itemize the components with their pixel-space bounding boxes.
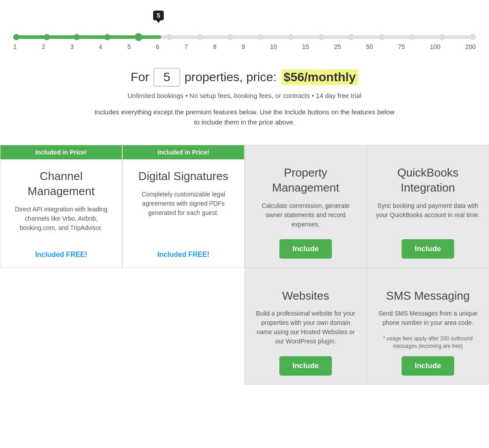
slider-dots — [13, 33, 476, 41]
slider-label-2: 2 — [42, 43, 45, 50]
slider-dot-200[interactable] — [470, 34, 476, 40]
for-label: For — [131, 70, 149, 84]
feature-card-digital-signatures: Included in Price!Digital SignaturesComp… — [122, 145, 244, 268]
feature-cta-channel-management[interactable]: Included FREE! — [35, 251, 87, 259]
feature-desc-quickbooks-integration: Sync booking and payment data with your … — [367, 198, 489, 233]
slider-label-9: 9 — [241, 43, 245, 50]
slider-label-25: 25 — [334, 43, 341, 50]
slider-section: 5 1234567891015255075100200 — [0, 0, 489, 59]
feature-card-channel-management: Included in Price!Channel ManagementDire… — [0, 145, 122, 268]
features-grid: Included in Price!Channel ManagementDire… — [0, 145, 489, 268]
slider-dot-1[interactable] — [13, 34, 19, 40]
slider-dot-50[interactable] — [379, 34, 385, 40]
feature-include-btn-sms-messaging[interactable]: Include — [402, 356, 455, 376]
feature-header-channel-management: Included in Price! — [0, 145, 122, 159]
feature-card-property-management: Property ManagementCalculate commission,… — [244, 145, 367, 268]
slider-label-5: 5 — [128, 43, 131, 50]
slider-dot-9[interactable] — [257, 34, 263, 40]
feature-title-channel-management: Channel Management — [0, 165, 122, 201]
feature-usage-note-sms-messaging: * usage fees apply after 200 outbound me… — [367, 335, 489, 350]
slider-dot-8[interactable] — [227, 34, 233, 40]
feature-card-sms-messaging: SMS MessagingSend SMS Messages from a un… — [367, 268, 489, 385]
slider-label-8: 8 — [213, 43, 217, 50]
price-display: $56/monthly — [281, 69, 358, 85]
pricing-line: For properties, price: $56/monthly — [13, 68, 476, 87]
slider-label-50: 50 — [366, 43, 373, 50]
slider-label-100: 100 — [430, 43, 440, 50]
slider-label-10: 10 — [270, 43, 277, 50]
slider-label-3: 3 — [70, 43, 74, 50]
feature-include-btn-quickbooks-integration[interactable]: Include — [402, 239, 455, 259]
feature-title-websites: Websites — [275, 284, 335, 306]
slider-dot-15[interactable] — [318, 34, 324, 40]
slider-dot-7[interactable] — [197, 34, 203, 40]
feature-desc-digital-signatures: Completely customizable legal agreements… — [123, 186, 244, 246]
slider-tooltip: 5 — [153, 11, 164, 20]
feature-title-digital-signatures: Digital Signatures — [132, 165, 235, 186]
feature-header-digital-signatures: Included in Price! — [123, 145, 244, 159]
slider-dot-75[interactable] — [409, 34, 415, 40]
slider-dot-3[interactable] — [74, 34, 80, 40]
slider-label-6: 6 — [156, 43, 159, 50]
features-row2-cards: WebsitesBuild a professional website for… — [244, 268, 489, 385]
feature-include-btn-property-management[interactable]: Include — [279, 239, 332, 259]
feature-desc-channel-management: Direct API integration with leading chan… — [0, 201, 122, 246]
slider-label-1: 1 — [13, 43, 17, 50]
properties-label: properties, price: — [184, 70, 277, 84]
slider-track — [13, 35, 476, 39]
row2-spacer — [0, 268, 244, 385]
slider-label-15: 15 — [302, 43, 309, 50]
slider-dot-2[interactable] — [44, 34, 50, 40]
slider-dot-5[interactable] — [135, 33, 143, 41]
slider-dot-25[interactable] — [348, 34, 354, 40]
feature-desc-property-management: Calculate commission, generate owner sta… — [245, 198, 366, 233]
slider-dot-100[interactable] — [439, 34, 445, 40]
pricing-note: Includes everything except the premium f… — [94, 107, 395, 127]
feature-desc-sms-messaging: Send SMS Messages from a unique phone nu… — [367, 305, 489, 335]
slider-container: 5 1234567891015255075100200 — [13, 13, 476, 55]
pricing-subtitle: Unlimited bookings • No setup fees, book… — [13, 92, 476, 99]
features-row2: WebsitesBuild a professional website for… — [0, 268, 489, 385]
feature-desc-websites: Build a professional website for your pr… — [245, 305, 366, 350]
properties-input[interactable] — [154, 68, 180, 87]
slider-dot-6[interactable] — [166, 34, 173, 40]
slider-label-4: 4 — [99, 43, 102, 50]
feature-title-property-management: Property Management — [245, 161, 366, 198]
slider-dot-4[interactable] — [104, 34, 110, 40]
pricing-section: For properties, price: $56/monthly Unlim… — [0, 59, 489, 145]
feature-title-quickbooks-integration: QuickBooks Integration — [367, 161, 489, 198]
slider-dot-10[interactable] — [288, 34, 294, 40]
feature-cta-digital-signatures[interactable]: Included FREE! — [157, 251, 209, 259]
slider-label-200: 200 — [466, 43, 476, 50]
slider-label-75: 75 — [398, 43, 405, 50]
feature-card-websites: WebsitesBuild a professional website for… — [244, 268, 367, 385]
slider-label-7: 7 — [184, 43, 188, 50]
slider-labels: 1234567891015255075100200 — [13, 43, 476, 50]
feature-include-btn-websites[interactable]: Include — [279, 356, 332, 376]
feature-card-quickbooks-integration: QuickBooks IntegrationSync booking and p… — [367, 145, 489, 268]
feature-title-sms-messaging: SMS Messaging — [380, 284, 476, 306]
